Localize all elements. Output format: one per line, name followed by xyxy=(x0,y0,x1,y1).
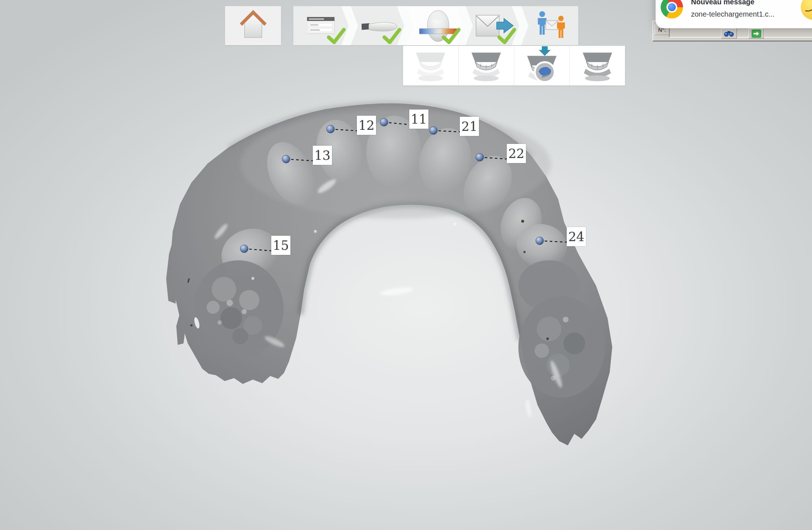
tooth-number-label: 15 xyxy=(271,236,290,255)
thumb-upper-arch[interactable] xyxy=(459,46,514,85)
tooth-number-label: 24 xyxy=(567,227,586,246)
check-icon xyxy=(442,28,461,44)
tooth-number-label: 22 xyxy=(507,144,526,163)
binoculars-icon xyxy=(724,30,734,37)
go-button[interactable] xyxy=(748,28,764,39)
model-view-bar xyxy=(403,46,625,86)
step-send-order[interactable] xyxy=(466,6,519,45)
model-faded-icon xyxy=(409,49,453,83)
step-model-analysis[interactable] xyxy=(406,6,463,45)
step-order-form[interactable] xyxy=(293,6,349,45)
molar-region-left xyxy=(193,260,284,358)
check-icon xyxy=(383,28,401,44)
model-upper-icon xyxy=(464,49,508,83)
tooth-point-marker[interactable] xyxy=(536,237,544,245)
people-icon xyxy=(534,11,569,41)
tooth-point-marker[interactable] xyxy=(429,127,437,134)
model-full-icon xyxy=(575,49,619,83)
tooth-point-marker[interactable] xyxy=(327,125,334,133)
home-button[interactable] xyxy=(225,6,281,45)
check-icon xyxy=(497,28,516,44)
thumb-inspect-tooth[interactable] xyxy=(514,46,570,85)
tooth-number-label: 13 xyxy=(313,146,332,165)
check-icon xyxy=(327,28,346,44)
green-arrow-icon xyxy=(752,30,761,38)
app-window: 13121121221524 N°: Nouveau message zone-… xyxy=(0,0,812,530)
tooth-number-label: 21 xyxy=(460,117,479,136)
find-button[interactable] xyxy=(721,28,737,39)
thumb-both-arches-faded[interactable] xyxy=(403,46,459,85)
workflow-strip xyxy=(293,6,578,45)
home-icon xyxy=(239,9,268,43)
step-scan[interactable] xyxy=(351,6,404,45)
thumb-both-arches[interactable] xyxy=(570,46,625,85)
notification-title: Nouveau message xyxy=(691,0,755,6)
notification-subtitle: zone-telechargement1.c... xyxy=(691,10,774,18)
toolbar-divider xyxy=(764,27,764,38)
chrome-notification[interactable]: Nouveau message zone-telechargement1.c..… xyxy=(656,0,812,28)
tooth-number-label: 12 xyxy=(357,116,376,135)
tooth-point-marker[interactable] xyxy=(282,155,290,163)
tooth-point-marker[interactable] xyxy=(240,245,248,253)
model-inspect-icon xyxy=(520,46,564,86)
tooth-point-marker[interactable] xyxy=(476,153,484,161)
chrome-icon xyxy=(661,0,683,18)
tooth-number-label: 11 xyxy=(409,110,428,129)
tooth-point-marker[interactable] xyxy=(380,118,388,126)
step-communicate[interactable] xyxy=(521,6,578,45)
